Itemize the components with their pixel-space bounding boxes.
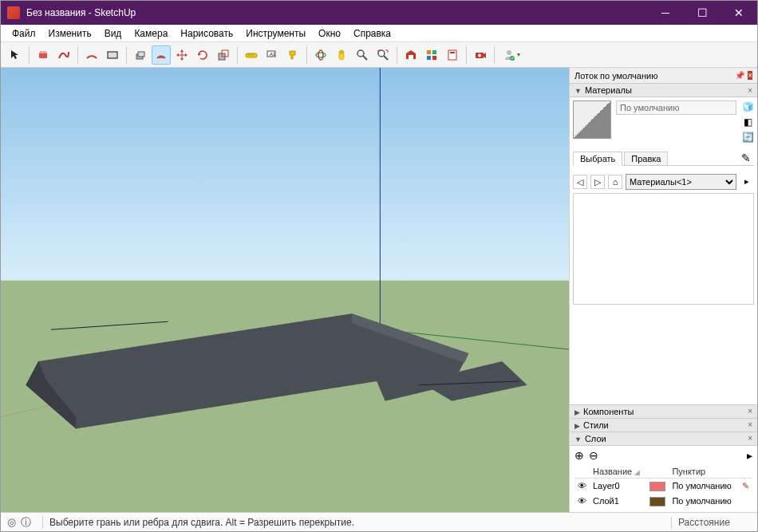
tool-rect-icon[interactable] bbox=[103, 45, 122, 65]
panel-close-icon[interactable]: × bbox=[748, 407, 752, 416]
tool-advcam-icon[interactable] bbox=[471, 45, 490, 65]
tool-orbit-icon[interactable] bbox=[311, 45, 330, 65]
col-dash[interactable]: Пунктир bbox=[669, 465, 739, 479]
layer-color-chip[interactable] bbox=[649, 482, 665, 491]
tool-zoomext-icon[interactable] bbox=[373, 45, 393, 65]
layer-name[interactable]: Layer0 bbox=[590, 478, 646, 494]
svg-point-16 bbox=[318, 50, 323, 60]
materials-header-label: Материалы bbox=[585, 85, 632, 95]
tool-move-icon[interactable] bbox=[172, 45, 191, 65]
material-preview-swatch[interactable] bbox=[573, 100, 611, 139]
svg-rect-4 bbox=[138, 52, 144, 57]
toolbar-separator bbox=[77, 46, 78, 64]
material-tabs: Выбрать Правка ✎ bbox=[573, 152, 754, 166]
tool-user-icon[interactable]: ▾ bbox=[499, 45, 524, 65]
panel-close-icon[interactable]: × bbox=[748, 434, 752, 443]
panel-close-icon[interactable]: × bbox=[748, 420, 752, 429]
menu-draw[interactable]: Нарисовать bbox=[174, 26, 239, 41]
material-library-select[interactable]: Материалы<1> bbox=[626, 174, 736, 190]
layer-dash[interactable]: По умолчанию bbox=[669, 494, 739, 509]
tool-scale-icon[interactable] bbox=[214, 45, 233, 65]
pin-icon[interactable]: 📌 bbox=[735, 71, 744, 80]
layer-dash[interactable]: По умолчанию bbox=[669, 478, 739, 494]
menu-camera[interactable]: Камера bbox=[128, 26, 174, 41]
tool-paint-icon[interactable] bbox=[283, 45, 302, 65]
tool-pan-icon[interactable] bbox=[332, 45, 351, 65]
menu-help[interactable]: Справка bbox=[347, 26, 397, 41]
default-material-icon[interactable]: ◧ bbox=[741, 116, 754, 128]
tray-close-icon[interactable]: × bbox=[748, 71, 752, 80]
remove-layer-icon[interactable]: ⊖ bbox=[589, 449, 598, 462]
layers-table: Название ◢ Пунктир 👁 Layer0 По умолчанию… bbox=[574, 465, 752, 509]
tool-line-icon[interactable] bbox=[54, 45, 73, 65]
create-material-icon[interactable]: 🧊 bbox=[741, 100, 754, 113]
tool-3dwarehouse-icon[interactable] bbox=[401, 45, 420, 65]
toolbar: A1 ▾ bbox=[1, 42, 757, 68]
layer-edit-icon[interactable] bbox=[739, 494, 752, 509]
tab-select[interactable]: Выбрать bbox=[573, 152, 622, 166]
tool-pushpull-icon[interactable] bbox=[131, 45, 150, 65]
swap-material-icon[interactable]: 🔄 bbox=[741, 131, 754, 144]
layer-row[interactable]: 👁 Слой1 По умолчанию bbox=[574, 494, 752, 509]
chevron-down-icon: ▼ bbox=[574, 87, 582, 95]
col-name[interactable]: Название ◢ bbox=[590, 465, 646, 479]
layer-menu-icon[interactable]: ▸ bbox=[747, 449, 752, 462]
close-button[interactable]: ✕ bbox=[720, 1, 757, 25]
layer-color-chip[interactable] bbox=[649, 497, 665, 506]
accordion-styles[interactable]: ▶Стили × bbox=[570, 418, 757, 432]
tool-tape-icon[interactable] bbox=[242, 45, 261, 65]
menu-tools[interactable]: Инструменты bbox=[239, 26, 312, 41]
chevron-down-icon: ▼ bbox=[574, 435, 582, 443]
accordion-materials[interactable]: ▼Материалы × bbox=[570, 83, 757, 97]
nav-home-icon[interactable]: ⌂ bbox=[608, 175, 622, 189]
viewport-3d[interactable] bbox=[1, 68, 569, 512]
accordion-layers[interactable]: ▼Слои × bbox=[570, 432, 757, 446]
svg-rect-9 bbox=[246, 53, 257, 57]
layer-edit-icon[interactable]: ✎ bbox=[739, 478, 752, 494]
svg-rect-22 bbox=[427, 50, 431, 54]
eyedropper-icon[interactable]: ✎ bbox=[738, 152, 754, 165]
svg-rect-25 bbox=[432, 56, 436, 60]
accordion-components[interactable]: ▶Компоненты × bbox=[570, 404, 757, 419]
status-hint: Выберите грань или ребра для сдвига. Alt… bbox=[49, 517, 671, 528]
add-layer-icon[interactable]: ⊕ bbox=[574, 449, 584, 462]
maximize-button[interactable]: ☐ bbox=[684, 1, 720, 25]
tool-arc-icon[interactable] bbox=[82, 45, 101, 65]
tab-edit[interactable]: Правка bbox=[624, 152, 668, 165]
menu-window[interactable]: Окно bbox=[312, 26, 347, 41]
menu-edit[interactable]: Изменить bbox=[42, 26, 98, 41]
tool-offset-icon[interactable] bbox=[152, 45, 171, 65]
styles-header-label: Стили bbox=[583, 420, 609, 430]
nav-forward-icon[interactable]: ▷ bbox=[590, 175, 605, 189]
tool-eraser-icon[interactable] bbox=[34, 45, 53, 65]
tool-layout-icon[interactable] bbox=[443, 45, 462, 65]
minimize-button[interactable]: ─ bbox=[647, 1, 684, 25]
visibility-icon[interactable]: 👁 bbox=[574, 494, 590, 509]
tool-select[interactable] bbox=[6, 45, 25, 65]
svg-rect-0 bbox=[39, 53, 47, 58]
geo-icon[interactable]: ◎ bbox=[7, 516, 16, 528]
side-tray: Лоток по умолчанию 📌× ▼Материалы × 🧊 ◧ 🔄 bbox=[569, 68, 757, 512]
components-header-label: Компоненты bbox=[583, 407, 634, 416]
tool-text-icon[interactable]: A1 bbox=[263, 45, 282, 65]
menu-file[interactable]: Файл bbox=[6, 26, 42, 41]
menu-view[interactable]: Вид bbox=[98, 26, 128, 41]
details-icon[interactable]: ▸ bbox=[740, 175, 754, 189]
workspace: Лоток по умолчанию 📌× ▼Материалы × 🧊 ◧ 🔄 bbox=[1, 68, 757, 512]
info-icon[interactable]: ⓘ bbox=[21, 515, 31, 530]
tool-zoom-icon[interactable] bbox=[353, 45, 372, 65]
toolbar-separator bbox=[306, 46, 307, 64]
panel-close-icon[interactable]: × bbox=[748, 86, 752, 95]
material-name-field[interactable] bbox=[616, 100, 736, 115]
tool-rotate-icon[interactable] bbox=[193, 45, 212, 65]
layer-row[interactable]: 👁 Layer0 По умолчанию ✎ bbox=[574, 478, 752, 494]
material-list[interactable] bbox=[573, 193, 754, 305]
visibility-icon[interactable]: 👁 bbox=[574, 478, 590, 494]
window-title: Без названия - SketchUp bbox=[26, 7, 647, 18]
tool-extensions-icon[interactable] bbox=[422, 45, 441, 65]
layer-name[interactable]: Слой1 bbox=[590, 494, 646, 509]
svg-rect-27 bbox=[450, 52, 455, 53]
svg-point-29 bbox=[478, 53, 481, 57]
svg-line-18 bbox=[363, 56, 367, 60]
nav-back-icon[interactable]: ◁ bbox=[573, 175, 587, 189]
